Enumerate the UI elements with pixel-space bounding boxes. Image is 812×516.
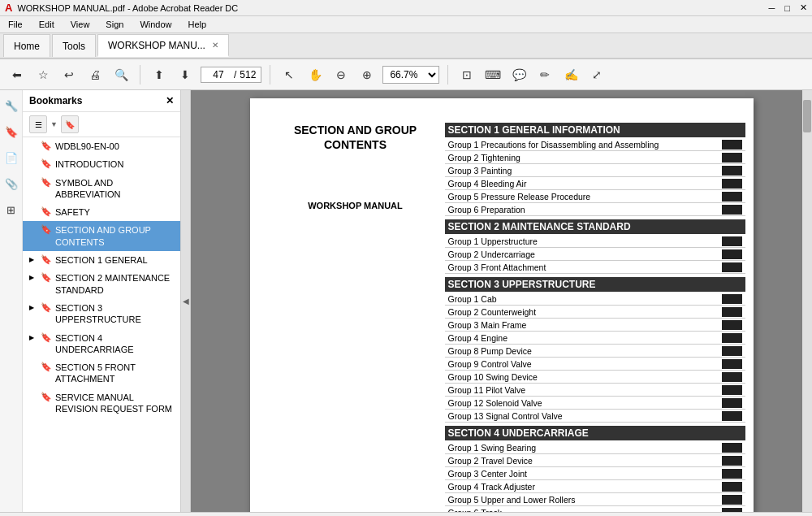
page-left: SECTION AND GROUP CONTENTS WORKSHOP MANU…	[274, 123, 437, 210]
page-right: SECTION 1 GENERAL INFORMATION Group 1 Pr…	[445, 123, 745, 512]
sidebar-close-btn[interactable]: ✕	[166, 95, 174, 106]
sidebar-item-introduction[interactable]: 🔖 INTRODUCTION	[23, 155, 180, 173]
bookmark-icon-6: 🔖	[41, 272, 52, 283]
maximize-btn[interactable]: □	[784, 3, 790, 13]
minimize-btn[interactable]: ─	[769, 3, 775, 13]
sidebar-item-section4[interactable]: ▶ 🔖 SECTION 4 UNDERCARRIAGE	[23, 329, 180, 359]
group-text: Group 5 Upper and Lower Rollers	[448, 495, 722, 505]
sidebar-item-label-0: WDBL90-EN-00	[55, 141, 174, 152]
group-row: Group 1 Swing Bearing	[445, 441, 745, 454]
scroll-thumb[interactable]	[803, 100, 811, 132]
panel-icon-attachments[interactable]: 📎	[2, 175, 20, 193]
group-bar	[722, 294, 742, 304]
menu-window[interactable]: Window	[136, 18, 175, 31]
search-btn[interactable]: 🔍	[110, 64, 132, 85]
menu-edit[interactable]: Edit	[36, 18, 58, 31]
print-btn[interactable]: 🖨	[84, 64, 106, 85]
sign-btn[interactable]: ✍	[560, 64, 581, 85]
bookmark-icon-1: 🔖	[41, 158, 52, 169]
group-text: Group 3 Center Joint	[448, 469, 722, 479]
group-row: Group 1 Precautions for Disassembling an…	[445, 138, 745, 151]
fit-page-btn[interactable]: ⊡	[456, 64, 477, 85]
scroll-down-btn[interactable]: ⬇	[175, 64, 196, 85]
group-bar	[722, 320, 742, 330]
panel-icon-tools[interactable]: 🔧	[2, 97, 20, 115]
sidebar-item-label-7: SECTION 3 UPPERSTRUCTURE	[55, 302, 174, 326]
page-number-input[interactable]	[206, 69, 231, 80]
group-row: Group 2 Tightening	[445, 151, 745, 164]
sep3	[447, 65, 448, 85]
group-row: Group 4 Track Adjuster	[445, 480, 745, 493]
sidebar-collapse-handle[interactable]: ◀	[181, 90, 191, 512]
menu-sign[interactable]: Sign	[102, 18, 127, 31]
sidebar-item-section1[interactable]: ▶ 🔖 SECTION 1 GENERAL	[23, 251, 180, 269]
comment-btn[interactable]: 💬	[508, 64, 529, 85]
zoom-out-btn[interactable]: ⊖	[330, 64, 352, 85]
group-row: Group 2 Undercarriage	[445, 248, 745, 261]
group-bar	[722, 372, 742, 382]
bookmark-star-btn[interactable]: ☆	[32, 64, 54, 85]
main-layout: 🔧 🔖 📄 📎 ⊞ Bookmarks ✕ ☰ ▼ 🔖 🔖 WDBL90-EN-…	[0, 90, 812, 512]
select-tool-btn[interactable]: ↖	[279, 64, 300, 85]
tab-close-btn[interactable]: ✕	[212, 41, 218, 50]
tab-document-label: WORKSHOP MANU...	[108, 40, 205, 51]
panel-icon-bookmarks[interactable]: 🔖	[2, 123, 20, 141]
no-arrow-9	[29, 363, 37, 371]
status-bar: 8.27 x 11.69 in	[0, 512, 812, 516]
sidebar-items: 🔖 WDBL90-EN-00 🔖 INTRODUCTION 🔖 SYMBOL A…	[23, 137, 180, 512]
menu-view[interactable]: View	[67, 18, 93, 31]
sidebar-tool-1[interactable]: ☰	[29, 115, 47, 133]
highlight-btn[interactable]: ✏	[534, 64, 555, 85]
scroll-track	[802, 90, 812, 512]
sidebar-item-section-group[interactable]: 🔖 SECTION AND GROUP CONTENTS	[23, 221, 180, 251]
sidebar-item-section2[interactable]: ▶ 🔖 SECTION 2 MAINTENANCE STANDARD	[23, 269, 180, 299]
no-arrow-1	[29, 160, 37, 167]
tools-more-btn[interactable]: ⤢	[586, 64, 607, 85]
group-text: Group 2 Counterweight	[448, 307, 722, 317]
group-text: Group 2 Tightening	[448, 153, 722, 163]
sidebar-item-label-5: SECTION 1 GENERAL	[55, 254, 174, 266]
bookmark-icon-0: 🔖	[41, 141, 52, 151]
arrow-5: ▶	[29, 256, 37, 263]
group-bar	[722, 205, 742, 215]
sidebar-item-label-9: SECTION 5 FRONT ATTACHMENT	[55, 362, 174, 385]
read-mode-btn[interactable]: ⌨	[482, 64, 503, 85]
panel-icon-thumbnails[interactable]: 📄	[2, 149, 20, 167]
sidebar-item-section5[interactable]: 🔖 SECTION 5 FRONT ATTACHMENT	[23, 358, 180, 388]
bookmark-icon-3: 🔖	[41, 206, 52, 217]
menu-help[interactable]: Help	[185, 18, 210, 31]
group-row: Group 6 Track	[445, 506, 745, 512]
menu-file[interactable]: File	[5, 18, 26, 31]
scroll-up-btn[interactable]: ⬆	[149, 64, 170, 85]
group-row: Group 2 Counterweight	[445, 306, 745, 319]
section4-heading: SECTION 4 UNDERCARRIAGE	[445, 426, 745, 440]
tab-home[interactable]: Home	[3, 34, 50, 57]
zoom-in-btn[interactable]: ⊕	[356, 64, 378, 85]
group-bar	[722, 346, 742, 356]
group-row: Group 4 Engine	[445, 332, 745, 345]
tab-tools[interactable]: Tools	[52, 34, 96, 57]
previous-view-btn[interactable]: ↩	[58, 64, 80, 85]
sep2	[270, 65, 270, 85]
group-row: Group 13 Signal Control Valve	[445, 410, 745, 423]
sidebar-item-label-1: INTRODUCTION	[55, 158, 174, 170]
bookmark-icon-2: 🔖	[41, 177, 52, 188]
zoom-select[interactable]: 66.7% 50% 75% 100% 125% 150%	[382, 66, 439, 84]
group-text: Group 6 Preparation	[448, 205, 722, 215]
back-btn[interactable]: ⬅	[6, 64, 28, 85]
group-text: Group 2 Undercarriage	[448, 249, 722, 259]
hand-tool-btn[interactable]: ✋	[304, 64, 326, 85]
sidebar-item-section3[interactable]: ▶ 🔖 SECTION 3 UPPERSTRUCTURE	[23, 299, 180, 329]
sidebar-item-safety[interactable]: 🔖 SAFETY	[23, 203, 180, 221]
arrow-6: ▶	[29, 274, 37, 281]
group-row: Group 9 Control Valve	[445, 358, 745, 371]
close-btn[interactable]: ✕	[800, 2, 807, 13]
tab-document[interactable]: WORKSHOP MANU... ✕	[97, 34, 229, 57]
sidebar-tool-2[interactable]: 🔖	[61, 115, 79, 133]
group-text: Group 8 Pump Device	[448, 346, 722, 356]
panel-icon-layers[interactable]: ⊞	[2, 201, 20, 219]
sidebar-item-wdbl90[interactable]: 🔖 WDBL90-EN-00	[23, 137, 180, 155]
group-bar	[722, 249, 742, 259]
sidebar-item-service-manual[interactable]: 🔖 SERVICE MANUAL REVISION REQUEST FORM	[23, 388, 180, 418]
sidebar-item-symbol[interactable]: 🔖 SYMBOL AND ABBREVIATION	[23, 174, 180, 204]
